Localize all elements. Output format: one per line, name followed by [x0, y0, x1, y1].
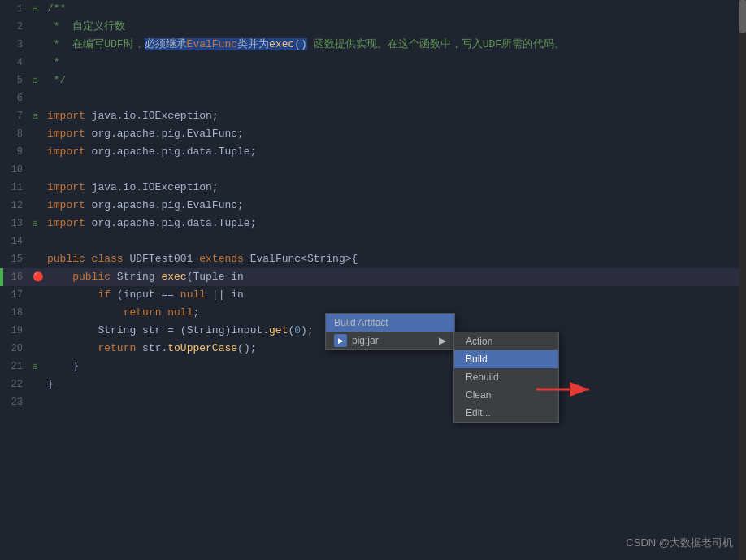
pig-jar-container: ▶ pig:jar ▶ Action Build Rebuild	[326, 332, 454, 349]
line-number-6: 6	[0, 89, 33, 107]
action-item-edit[interactable]: Edit...	[454, 404, 558, 422]
line-number-22: 22	[0, 376, 33, 393]
code-line-11: 11 import java.io.IOException;	[0, 179, 746, 197]
build-artifact-title: Build Artifact	[326, 314, 454, 332]
code-line-21: 21 ⊟ }	[0, 358, 746, 376]
submenu-arrow: ▶	[439, 335, 446, 346]
clean-label: Clean	[466, 389, 491, 401]
line-number-11: 11	[0, 179, 33, 197]
code-line-22: 22 }	[0, 376, 746, 393]
gutter-13: ⊟	[33, 215, 44, 232]
code-editor: 1 ⊟ /** 2 * 自定义行数 3 * 在编写UDF时，必须继承EvalFu…	[0, 0, 746, 560]
line-content-16: public String exec(Tuple in	[44, 268, 746, 286]
line-content-2: * 自定义行数	[44, 18, 746, 36]
code-line-2: 2 * 自定义行数	[0, 18, 746, 36]
build-artifact-popup: Build Artifact ▶ pig:jar ▶ Action Build	[325, 313, 455, 350]
line-number-13: 13	[0, 215, 33, 232]
code-line-5: 5 ⊟ */	[0, 72, 746, 89]
line-number-19: 19	[0, 322, 33, 340]
exec-marker	[0, 268, 3, 286]
line-number-8: 8	[0, 125, 33, 143]
context-menu-wrapper: Build Artifact ▶ pig:jar ▶ Action Build	[325, 313, 455, 350]
code-line-14: 14	[0, 232, 746, 250]
line-content-12: import org.apache.pig.EvalFunc;	[44, 197, 746, 215]
line-number-2: 2	[0, 18, 33, 36]
line-number-20: 20	[0, 340, 33, 358]
code-line-3: 3 * 在编写UDF时，必须继承EvalFunc类并为exec() 函数提供实现…	[0, 36, 746, 54]
line-content-8: import org.apache.pig.EvalFunc;	[44, 125, 746, 143]
line-number-4: 4	[0, 54, 33, 72]
line-number-1: 1	[0, 0, 33, 18]
line-content-15: public class UDFTest001 extends EvalFunc…	[44, 250, 746, 268]
gutter-16: 🔴	[33, 268, 44, 286]
line-number-16: 16	[0, 268, 33, 286]
line-content-11: import java.io.IOException;	[44, 179, 746, 197]
pig-icon: ▶	[334, 334, 347, 347]
red-arrow-indicator	[536, 377, 601, 406]
code-line-23: 23	[0, 393, 746, 411]
line-content-1: /**	[44, 0, 746, 18]
code-line-1: 1 ⊟ /**	[0, 0, 746, 18]
scrollbar[interactable]	[739, 0, 746, 560]
line-number-14: 14	[0, 232, 33, 250]
gutter-5: ⊟	[33, 72, 44, 89]
line-content-17: if (input == null || in	[44, 286, 746, 304]
line-number-15: 15	[0, 250, 33, 268]
watermark: CSDN @大数据老司机	[626, 536, 733, 550]
line-number-21: 21	[0, 358, 33, 376]
pig-jar-item[interactable]: ▶ pig:jar ▶	[326, 332, 454, 349]
action-label: Action	[466, 336, 492, 347]
line-number-10: 10	[0, 161, 33, 179]
gutter-1: ⊟	[33, 0, 44, 18]
line-content-3: * 在编写UDF时，必须继承EvalFunc类并为exec() 函数提供实现。在…	[44, 36, 746, 54]
code-line-15: 15 public class UDFTest001 extends EvalF…	[0, 250, 746, 268]
code-line-10: 10	[0, 161, 746, 179]
line-number-7: 7	[0, 107, 33, 125]
line-content-13: import org.apache.pig.data.Tuple;	[44, 215, 746, 232]
line-content-22: }	[44, 376, 746, 393]
code-line-12: 12 import org.apache.pig.EvalFunc;	[0, 197, 746, 215]
line-number-12: 12	[0, 197, 33, 215]
line-content-21: }	[44, 358, 746, 376]
line-content-4: *	[44, 54, 746, 72]
line-number-3: 3	[0, 36, 33, 54]
code-line-7: 7 ⊟ import java.io.IOException;	[0, 107, 746, 125]
code-line-17: 17 if (input == null || in	[0, 286, 746, 304]
code-line-4: 4 *	[0, 54, 746, 72]
gutter-7: ⊟	[33, 107, 44, 125]
rebuild-label: Rebuild	[466, 371, 499, 383]
code-line-16: 16 🔴 public String exec(Tuple in	[0, 268, 746, 286]
line-number-23: 23	[0, 393, 33, 411]
line-number-17: 17	[0, 286, 33, 304]
gutter-21: ⊟	[33, 358, 44, 376]
code-line-13: 13 ⊟ import org.apache.pig.data.Tuple;	[0, 215, 746, 232]
code-line-8: 8 import org.apache.pig.EvalFunc;	[0, 125, 746, 143]
line-number-5: 5	[0, 72, 33, 89]
line-content-7: import java.io.IOException;	[44, 107, 746, 125]
line-content-9: import org.apache.pig.data.Tuple;	[44, 143, 746, 161]
line-number-9: 9	[0, 143, 33, 161]
code-line-6: 6	[0, 89, 746, 107]
line-content-5: */	[44, 72, 746, 89]
code-line-9: 9 import org.apache.pig.data.Tuple;	[0, 143, 746, 161]
edit-label: Edit...	[466, 407, 491, 419]
action-item-build[interactable]: Build	[454, 350, 558, 368]
action-item-action[interactable]: Action	[454, 332, 558, 350]
scrollbar-thumb[interactable]	[739, 0, 746, 33]
pig-jar-label: pig:jar	[352, 335, 379, 346]
build-label: Build	[466, 354, 488, 365]
line-number-18: 18	[0, 304, 33, 322]
